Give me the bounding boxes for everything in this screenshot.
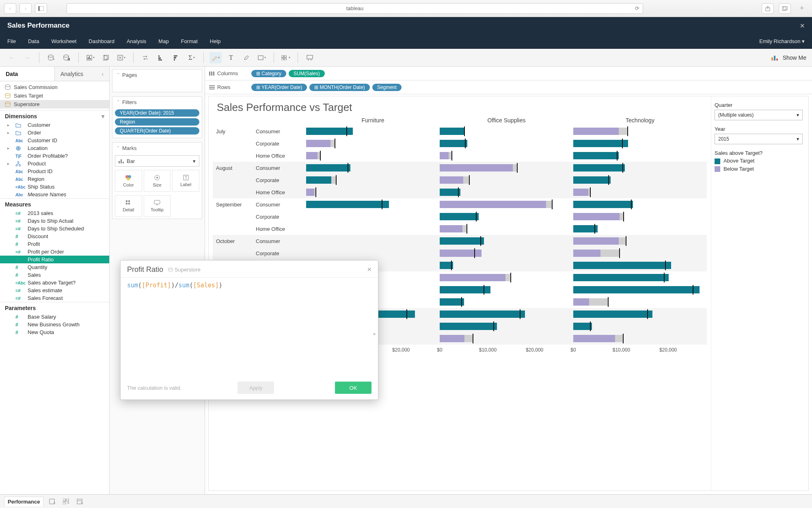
new-story-button[interactable]: + <box>75 497 85 506</box>
columns-shelf[interactable]: Columns ⊞ Category SUM(Sales) <box>205 67 812 80</box>
bar-cell[interactable] <box>440 296 573 308</box>
clear-button[interactable] <box>115 52 127 63</box>
mark-color[interactable]: Color <box>115 170 142 192</box>
mark-type-select[interactable]: Bar ▾ <box>115 155 199 167</box>
bar-cell[interactable] <box>440 174 573 186</box>
undo-button[interactable]: ← <box>6 52 18 63</box>
menu-analysis[interactable]: Analysis <box>127 38 146 44</box>
totals-button[interactable]: Σ <box>186 52 198 63</box>
menu-worksheet[interactable]: Worksheet <box>51 38 76 44</box>
bar-cell[interactable] <box>573 320 707 332</box>
datasource-item[interactable]: Superstore <box>0 100 109 109</box>
field-item[interactable]: =#Profit Ratio <box>0 256 109 263</box>
new-tab-button[interactable]: + <box>796 3 808 14</box>
new-worksheet-button[interactable] <box>84 52 97 63</box>
mark-size[interactable]: Size <box>144 170 171 192</box>
new-dashboard-button[interactable]: + <box>61 497 71 506</box>
bar-cell[interactable] <box>440 137 573 150</box>
mark-label[interactable]: TLabel <box>172 170 199 192</box>
field-item[interactable]: =#Sales Forecast <box>0 294 109 302</box>
datasource-item[interactable]: Sales Target <box>0 91 109 100</box>
bar-cell[interactable] <box>573 235 707 247</box>
swap-button[interactable] <box>139 52 151 63</box>
nav-back-button[interactable]: ‹ <box>4 3 16 14</box>
bar-cell[interactable] <box>440 320 573 332</box>
menu-file[interactable]: File <box>7 38 16 44</box>
quarter-filter-select[interactable]: (Multiple values)▾ <box>715 110 803 120</box>
mark-tooltip[interactable]: Tooltip <box>144 195 171 217</box>
calc-close-button[interactable]: × <box>367 265 371 274</box>
bar-cell[interactable] <box>573 137 707 150</box>
row-pill[interactable]: ⊞ MONTH(Order Date) <box>309 84 370 91</box>
menu-dashboard[interactable]: Dashboard <box>89 38 114 44</box>
bar-cell[interactable] <box>440 247 573 259</box>
field-item[interactable]: #New Quota <box>0 328 109 336</box>
bar-cell[interactable] <box>306 150 440 162</box>
menu-data[interactable]: Data <box>28 38 39 44</box>
bar-cell[interactable] <box>573 271 707 284</box>
chevron-down-icon[interactable]: ▾ <box>102 113 104 119</box>
field-item[interactable]: =AbcShip Status <box>0 183 109 191</box>
bar-cell[interactable] <box>440 235 573 247</box>
menu-map[interactable]: Map <box>158 38 168 44</box>
calc-expand-button[interactable]: ▸ <box>371 328 379 340</box>
field-item[interactable]: =#Profit per Order <box>0 248 109 256</box>
sort-asc-button[interactable] <box>155 52 167 63</box>
bar-cell[interactable] <box>440 198 573 211</box>
field-item[interactable]: #Profit <box>0 240 109 248</box>
bar-cell[interactable] <box>306 125 440 137</box>
filters-shelf[interactable]: Filters YEAR(Order Date): 2015 Region QU… <box>112 96 202 138</box>
column-pill[interactable]: SUM(Sales) <box>289 70 325 77</box>
bar-cell[interactable] <box>573 162 707 174</box>
row-pill[interactable]: ⊞ YEAR(Order Date) <box>251 84 307 91</box>
bar-cell[interactable] <box>306 198 440 211</box>
menu-help[interactable]: Help <box>210 38 221 44</box>
field-item[interactable]: #Discount <box>0 232 109 240</box>
bar-cell[interactable] <box>573 308 707 320</box>
field-item[interactable]: =#Days to Ship Actual <box>0 217 109 225</box>
bar-cell[interactable] <box>306 137 440 150</box>
new-datasource-button[interactable]: + <box>45 52 57 63</box>
calc-apply-button[interactable]: Apply <box>238 382 274 394</box>
bar-cell[interactable] <box>440 332 573 345</box>
field-item[interactable]: ▸Customer <box>0 121 109 129</box>
url-bar[interactable]: tableau ⟳ <box>67 3 643 14</box>
nav-forward-button[interactable]: › <box>19 3 32 14</box>
user-menu[interactable]: Emily Richardson ▾ <box>759 38 805 44</box>
bar-cell[interactable] <box>440 211 573 223</box>
show-me-button[interactable]: Show Me <box>771 54 806 61</box>
field-item[interactable]: =#Days to Ship Scheduled <box>0 225 109 232</box>
close-workbook-button[interactable]: × <box>800 21 805 30</box>
datasource-item[interactable]: Sales Commission <box>0 83 109 91</box>
expand-caret-icon[interactable]: ▸ <box>7 130 11 135</box>
annotate-button[interactable] <box>240 52 253 63</box>
duplicate-button[interactable] <box>100 52 112 63</box>
bar-cell[interactable] <box>573 198 707 211</box>
highlight-button[interactable] <box>209 52 222 63</box>
year-filter-select[interactable]: 2015▾ <box>715 134 803 144</box>
bar-cell[interactable] <box>573 174 707 186</box>
new-sheet-button[interactable]: + <box>48 497 57 506</box>
expand-caret-icon[interactable]: ▸ <box>7 123 11 127</box>
bar-cell[interactable] <box>440 271 573 284</box>
sheet-tab[interactable]: Performance <box>4 497 43 506</box>
bar-cell[interactable] <box>440 259 573 271</box>
bar-cell[interactable] <box>440 223 573 235</box>
calc-ok-button[interactable]: OK <box>335 382 371 394</box>
bar-cell[interactable] <box>306 186 440 198</box>
bar-cell[interactable] <box>573 125 707 137</box>
bar-cell[interactable] <box>573 247 707 259</box>
field-item[interactable]: ▸Location <box>0 144 109 152</box>
bar-cell[interactable] <box>440 125 573 137</box>
field-item[interactable]: AbcMeasure Names <box>0 191 109 198</box>
rows-shelf[interactable]: Rows ⊞ YEAR(Order Date) ⊞ MONTH(Order Da… <box>205 80 812 94</box>
field-item[interactable]: ▸Order <box>0 129 109 137</box>
field-item[interactable]: #Quantity <box>0 263 109 271</box>
bar-cell[interactable] <box>573 284 707 296</box>
field-item[interactable]: #Sales <box>0 271 109 279</box>
tab-analytics[interactable]: Analytics‹ <box>54 67 109 81</box>
text-tool-button[interactable]: T <box>225 52 237 63</box>
field-item[interactable]: #New Business Growth <box>0 321 109 328</box>
bar-cell[interactable] <box>573 150 707 162</box>
sort-desc-button[interactable] <box>170 52 182 63</box>
